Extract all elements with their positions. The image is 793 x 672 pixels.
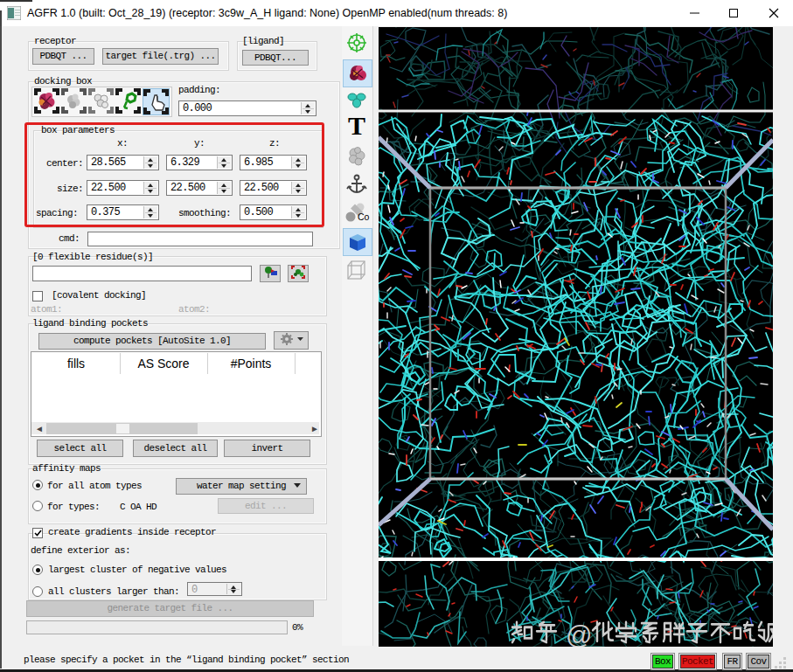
svg-text:@: @ <box>566 620 592 647</box>
svg-text:Co: Co <box>358 211 370 222</box>
